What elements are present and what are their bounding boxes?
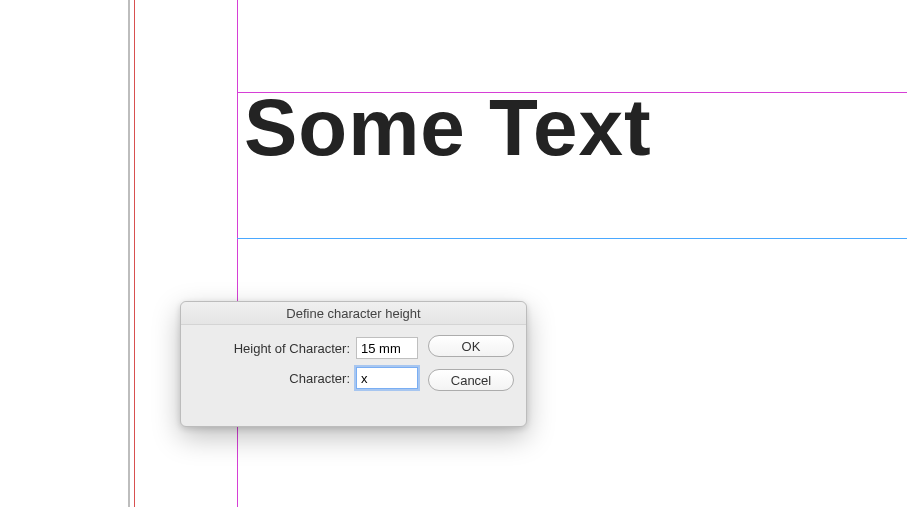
dialog-buttons: OK Cancel (418, 333, 514, 391)
character-row: Character: (193, 367, 418, 389)
ok-button[interactable]: OK (428, 335, 514, 357)
dialog-body: Height of Character: Character: OK Cance… (181, 325, 526, 401)
dialog-fields: Height of Character: Character: (193, 333, 418, 391)
ruler-guide-gray (128, 0, 130, 507)
height-of-character-label: Height of Character: (193, 341, 350, 356)
sample-text[interactable]: Some Text (244, 82, 652, 174)
page-bleed-guide (134, 0, 135, 507)
margin-guide-vertical (237, 0, 238, 507)
character-label: Character: (193, 371, 350, 386)
character-input[interactable] (356, 367, 418, 389)
cancel-button[interactable]: Cancel (428, 369, 514, 391)
height-row: Height of Character: (193, 337, 418, 359)
define-character-height-dialog: Define character height Height of Charac… (180, 301, 527, 427)
height-of-character-input[interactable] (356, 337, 418, 359)
document-canvas: Some Text Define character height Height… (0, 0, 907, 507)
dialog-title: Define character height (181, 302, 526, 325)
textframe-baseline-edge (237, 238, 907, 239)
